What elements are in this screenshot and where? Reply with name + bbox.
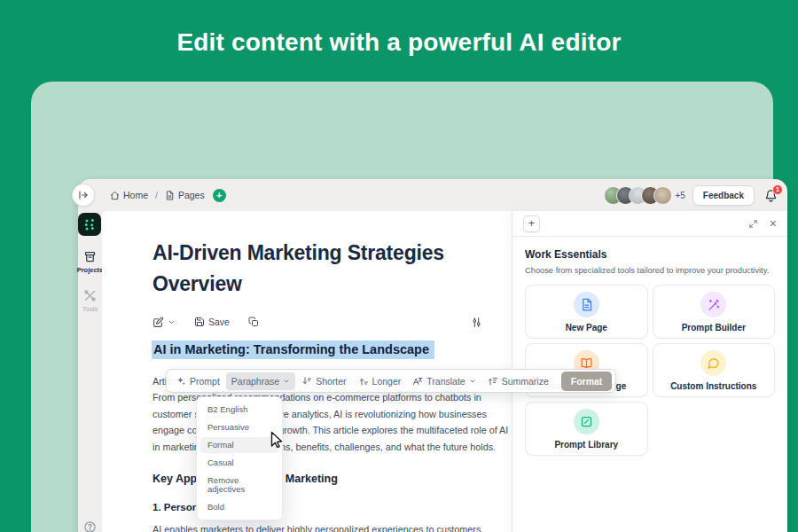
chat-bubble-icon [700, 350, 726, 376]
document-actions: Save [153, 315, 482, 329]
chevron-down-icon [469, 378, 476, 385]
icon-rail: Projects Tools [78, 211, 102, 532]
copy-icon [248, 317, 259, 327]
summarize-icon [488, 376, 498, 387]
edit-mode-button[interactable] [153, 317, 176, 328]
card-label: Prompt Builder [682, 323, 746, 332]
avatar [653, 186, 672, 205]
sidebar-item-label: Projects [77, 266, 104, 274]
breadcrumb-separator: / [155, 190, 158, 200]
shorter-button[interactable]: Shorter [296, 372, 351, 390]
ai-edit-toolbar: Prompt Paraphrase Shorter Longer [166, 369, 616, 393]
save-label: Save [208, 317, 230, 327]
paraphrase-dropdown-button[interactable]: Paraphrase [226, 372, 295, 390]
home-icon [110, 191, 120, 200]
arrow-to-bar-icon [78, 190, 89, 200]
new-tab-button[interactable]: + [523, 215, 540, 232]
question-mark-icon [83, 520, 97, 532]
page-icon [165, 191, 175, 200]
close-icon: × [770, 216, 777, 231]
avatar-overflow-count: +5 [675, 191, 685, 200]
card-label: New Page [566, 323, 607, 332]
panel-title: Work Essentials [525, 248, 775, 261]
format-button[interactable]: Format [561, 372, 613, 391]
panel-header: + × [512, 211, 787, 237]
card-label: Prompt Library [554, 440, 618, 450]
menu-item-casual[interactable]: Casual [200, 455, 278, 471]
longer-label: Longer [372, 376, 402, 387]
breadcrumb-pages-label: Pages [178, 190, 205, 200]
copy-button[interactable] [248, 317, 259, 327]
menu-item-remove-adjectives[interactable]: Remove adjectives [200, 473, 278, 497]
breadcrumb: Home / Pages + [110, 179, 226, 211]
save-button[interactable]: Save [194, 317, 230, 327]
menu-item-b2-english[interactable]: B2 English [200, 402, 278, 418]
crossed-tools-icon [83, 289, 97, 302]
add-page-button[interactable]: + [213, 189, 226, 202]
save-icon [194, 317, 205, 327]
document-title[interactable]: AI-Driven Marketing Strategies Overview [153, 238, 445, 300]
breadcrumb-home-label: Home [123, 190, 148, 200]
feedback-button[interactable]: Feedback [692, 185, 755, 206]
screenshot-frame: Home / Pages + +5 Feedback [31, 82, 773, 532]
expand-panel-button[interactable] [748, 219, 758, 229]
close-panel-button[interactable]: × [770, 219, 777, 228]
collapse-sidebar-button[interactable] [72, 184, 95, 207]
menu-item-persuasive[interactable]: Persuasive [200, 419, 278, 435]
longer-button[interactable]: Longer [353, 372, 407, 390]
notification-badge: 1 [772, 184, 783, 195]
breadcrumb-pages[interactable]: Pages [165, 190, 205, 200]
sparkles-icon [176, 376, 186, 387]
arrow-up-lines-icon [358, 376, 369, 387]
sliders-icon [471, 317, 482, 328]
translate-label: Translate [426, 376, 465, 387]
card-prompt-library[interactable]: Prompt Library [525, 402, 648, 456]
app-logo[interactable] [78, 213, 101, 236]
content-area: AI-Driven Marketing Strategies Overview … [102, 211, 787, 532]
page-title: Edit content with a powerful AI editor [0, 28, 798, 57]
chevron-down-icon [168, 318, 176, 326]
help-button[interactable] [83, 520, 97, 532]
app-window: Home / Pages + +5 Feedback [78, 179, 787, 532]
highlighted-heading[interactable]: AI in Marketing: Transforming the Landsc… [152, 340, 434, 359]
archive-box-icon [83, 250, 97, 263]
expand-diagonal-icon [748, 219, 758, 229]
page-settings-button[interactable] [471, 317, 482, 328]
prompt-label: Prompt [190, 376, 220, 387]
card-label: Custom Instructions [670, 381, 756, 391]
chevron-down-icon [283, 378, 290, 385]
card-new-page[interactable]: New Page [525, 285, 648, 339]
card-custom-instructions[interactable]: Custom Instructions [653, 343, 776, 397]
panel-body: Work Essentials Choose from specialized … [512, 237, 787, 467]
panel-subtitle: Choose from specialized tools tailored t… [525, 266, 775, 275]
subsection-paragraph[interactable]: AI enables marketers to deliver highly p… [153, 522, 520, 532]
sidebar-item-label: Tools [82, 305, 98, 313]
editor-column: AI-Driven Marketing Strategies Overview … [102, 211, 512, 532]
avatar-stack: +5 [604, 186, 685, 205]
paraphrase-label: Paraphrase [231, 376, 279, 387]
magic-wand-icon [700, 292, 726, 317]
document-icon [574, 292, 599, 317]
pencil-square-icon [574, 409, 599, 434]
prompt-button[interactable]: Prompt [170, 372, 225, 390]
summarize-button[interactable]: Summarize [482, 372, 554, 390]
menu-item-formal[interactable]: Formal [200, 437, 278, 453]
summarize-label: Summarize [502, 376, 549, 387]
shorter-label: Shorter [316, 376, 346, 387]
notifications-button[interactable]: 1 [764, 189, 778, 202]
paraphrase-menu: B2 English Persuasive Formal Casual Remo… [196, 396, 283, 520]
breadcrumb-home[interactable]: Home [110, 190, 148, 200]
translate-dropdown-button[interactable]: Translate [407, 372, 481, 390]
translate-icon [412, 376, 423, 387]
topbar-right: +5 Feedback 1 [604, 179, 778, 211]
arrow-down-lines-icon [301, 376, 312, 387]
menu-item-bold[interactable]: Bold [200, 499, 278, 515]
dots-logo-icon [82, 216, 98, 232]
topbar: Home / Pages + +5 Feedback [78, 179, 787, 211]
edit-pencil-icon [153, 317, 164, 328]
card-prompt-builder[interactable]: Prompt Builder [653, 285, 776, 339]
